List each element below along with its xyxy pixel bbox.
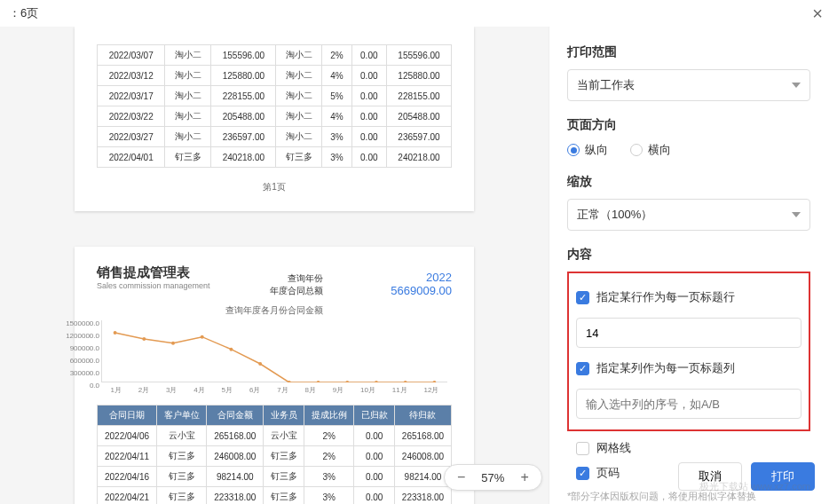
print-range-select[interactable]: 当前工作表 [567, 69, 810, 101]
zoom-select[interactable]: 正常（100%） [567, 199, 810, 231]
svg-point-5 [258, 362, 262, 366]
gridlines-checkbox[interactable]: 网格线 [576, 440, 810, 456]
content-label: 内容 [567, 247, 810, 263]
svg-point-4 [229, 348, 233, 351]
col-title-input[interactable] [576, 389, 801, 419]
page-count-label: ：6页 [9, 5, 38, 21]
svg-point-7 [317, 381, 320, 382]
row-title-input[interactable] [576, 318, 801, 348]
chevron-down-icon [792, 212, 801, 217]
print-preview-pane: 2022/03/07淘小二155596.00淘小二2%0.00155596.00… [0, 27, 549, 504]
svg-point-11 [432, 381, 436, 382]
svg-point-10 [404, 381, 407, 382]
svg-point-2 [171, 342, 175, 345]
cancel-button[interactable]: 取消 [678, 462, 742, 491]
chevron-down-icon [792, 83, 801, 88]
preview-page-1: 2022/03/07淘小二155596.00淘小二2%0.00155596.00… [75, 27, 474, 211]
svg-point-3 [201, 335, 204, 339]
chart-title: 查询年度各月份合同金额 [97, 304, 452, 317]
orientation-portrait[interactable]: 纵向 [567, 142, 608, 158]
checkbox-icon: ✓ [576, 291, 589, 304]
zoom-in-button[interactable]: + [520, 469, 528, 485]
report-title: 销售提成管理表 [97, 264, 210, 281]
zoom-value: 57% [481, 471, 504, 484]
orientation-landscape[interactable]: 横向 [630, 142, 671, 158]
orientation-label: 页面方向 [567, 117, 810, 133]
checkbox-icon: ✓ [576, 362, 589, 375]
row-title-checkbox[interactable]: ✓ 指定某行作为每一页标题行 [576, 289, 801, 305]
svg-point-0 [114, 331, 117, 335]
font-hint: *部分字体因版权问题，将使用相似字体替换 [567, 490, 810, 503]
line-chart: 1500000.01200000.0900000.0600000.0300000… [101, 320, 447, 382]
checkbox-icon: ✓ [576, 467, 589, 480]
print-range-label: 打印范围 [567, 44, 810, 60]
svg-point-8 [345, 381, 349, 382]
page-number: 第1页 [97, 181, 452, 193]
print-button[interactable]: 打印 [751, 462, 815, 491]
zoom-control: − 57% + [444, 464, 542, 491]
svg-point-9 [375, 381, 378, 382]
zoom-label: 缩放 [567, 174, 810, 190]
col-title-checkbox[interactable]: ✓ 指定某列作为每一页标题列 [576, 360, 801, 376]
radio-icon [630, 144, 643, 156]
svg-point-1 [142, 337, 146, 341]
checkbox-icon [576, 442, 589, 455]
settings-panel: 打印范围 当前工作表 页面方向 纵向 横向 缩放 正常（100%） 内容 ✓ [549, 27, 837, 504]
zoom-out-button[interactable]: − [457, 469, 465, 485]
radio-icon [567, 144, 580, 156]
preview-page-2: 销售提成管理表 Sales commission management 查询年份… [75, 247, 474, 504]
report-subtitle: Sales commission management [97, 281, 210, 290]
close-button[interactable]: × [807, 4, 828, 24]
highlighted-section: ✓ 指定某行作为每一页标题行 ✓ 指定某列作为每一页标题列 [567, 272, 810, 431]
